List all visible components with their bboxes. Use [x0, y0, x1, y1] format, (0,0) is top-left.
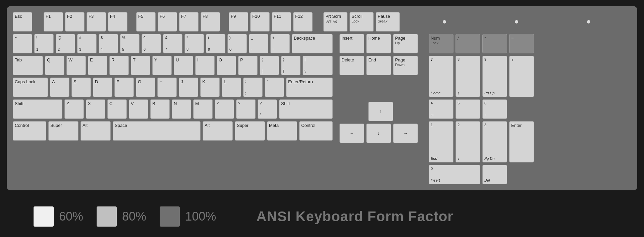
key-num-slash[interactable]: /: [455, 34, 480, 53]
key-num-enter[interactable]: Enter: [509, 121, 534, 162]
key-2[interactable]: @ 2: [56, 34, 75, 53]
key-num-2[interactable]: 2 ↓: [455, 121, 480, 162]
key-a[interactable]: A: [50, 78, 69, 97]
key-backspace[interactable]: Backspace: [292, 34, 333, 53]
key-f10[interactable]: F10: [250, 12, 270, 32]
key-numlock[interactable]: Num Lock: [429, 34, 453, 53]
key-scroll[interactable]: Scroll Lock: [350, 12, 374, 32]
key-f8[interactable]: F8: [201, 12, 220, 32]
key-num-3[interactable]: 3 Pg Dn: [482, 121, 507, 162]
key-z[interactable]: Z: [64, 99, 84, 119]
key-t[interactable]: T: [131, 56, 150, 75]
key-home[interactable]: Home: [366, 34, 391, 53]
key-4[interactable]: $ 4: [99, 34, 118, 53]
key-esc[interactable]: Esc: [13, 12, 32, 32]
key-tab[interactable]: Tab: [13, 56, 43, 75]
key-f[interactable]: F: [114, 78, 134, 97]
key-num-dot[interactable]: . Del: [482, 165, 507, 184]
key-u[interactable]: U: [174, 56, 193, 75]
key-0[interactable]: ) 0: [227, 34, 247, 53]
key-arrow-right[interactable]: →: [393, 124, 418, 143]
key-q[interactable]: Q: [45, 56, 64, 75]
key-c[interactable]: C: [107, 99, 127, 119]
key-num-1[interactable]: 1 End: [429, 121, 453, 162]
key-f4[interactable]: F4: [108, 12, 127, 32]
key-m[interactable]: M: [193, 99, 213, 119]
key-f9[interactable]: F9: [229, 12, 248, 32]
key-comma[interactable]: < ,: [215, 99, 234, 119]
key-meta[interactable]: Meta: [267, 121, 297, 141]
key-control-left[interactable]: Control: [13, 121, 46, 141]
key-capslock[interactable]: Caps Lock: [13, 78, 48, 97]
key-w[interactable]: W: [66, 56, 86, 75]
key-p[interactable]: P: [238, 56, 258, 75]
key-minus[interactable]: _ -: [249, 34, 268, 53]
key-rbracket[interactable]: } ]: [281, 56, 301, 75]
key-o[interactable]: O: [217, 56, 236, 75]
key-f6[interactable]: F6: [158, 12, 177, 32]
key-n[interactable]: N: [172, 99, 191, 119]
key-period[interactable]: > .: [236, 99, 256, 119]
key-d[interactable]: D: [93, 78, 112, 97]
key-f3[interactable]: F3: [87, 12, 106, 32]
key-alt-left[interactable]: Alt: [80, 121, 111, 141]
key-v[interactable]: V: [129, 99, 148, 119]
key-h[interactable]: H: [157, 78, 177, 97]
key-j[interactable]: J: [179, 78, 198, 97]
key-pause[interactable]: Pause Break: [376, 12, 400, 32]
key-x[interactable]: X: [86, 99, 105, 119]
key-3[interactable]: # 3: [77, 34, 97, 53]
key-control-right[interactable]: Control: [299, 121, 333, 141]
key-6[interactable]: ^ 6: [142, 34, 161, 53]
key-7[interactable]: & 7: [163, 34, 182, 53]
key-9[interactable]: ( 9: [206, 34, 225, 53]
key-end[interactable]: End: [366, 56, 391, 75]
key-num-star[interactable]: *: [482, 34, 507, 53]
key-num-minus[interactable]: −: [509, 34, 534, 53]
key-1[interactable]: ! 1: [34, 34, 54, 53]
key-y[interactable]: Y: [152, 56, 172, 75]
key-super-right[interactable]: Super: [235, 121, 265, 141]
key-num-0[interactable]: 0 Insert: [429, 165, 480, 184]
key-shift-right[interactable]: Shift: [279, 99, 333, 119]
key-semicolon[interactable]: : ;: [243, 78, 263, 97]
key-f12[interactable]: F12: [293, 12, 313, 32]
key-num-8[interactable]: 8 ↑: [455, 56, 480, 97]
key-f7[interactable]: F7: [179, 12, 199, 32]
key-lbracket[interactable]: { [: [260, 56, 279, 75]
key-f1[interactable]: F1: [44, 12, 63, 32]
key-delete[interactable]: Delete: [339, 56, 364, 75]
key-r[interactable]: R: [109, 56, 129, 75]
key-num-4[interactable]: 4 ←: [429, 99, 453, 119]
key-super-left[interactable]: Super: [48, 121, 78, 141]
key-arrow-down[interactable]: ↓: [366, 124, 391, 143]
key-enter[interactable]: Enter/Return: [286, 78, 333, 97]
key-num-6[interactable]: 6 →: [482, 99, 507, 119]
key-k[interactable]: K: [200, 78, 220, 97]
key-l[interactable]: L: [222, 78, 241, 97]
key-num-plus[interactable]: +: [509, 56, 534, 97]
key-quote[interactable]: " ': [265, 78, 284, 97]
key-backslash[interactable]: | \: [303, 56, 333, 75]
key-5[interactable]: % 5: [120, 34, 140, 53]
key-arrow-left[interactable]: ←: [339, 124, 364, 143]
key-num-9[interactable]: 9 Pg Up: [482, 56, 507, 97]
key-insert[interactable]: Insert: [339, 34, 364, 53]
key-pageup[interactable]: Page Up: [393, 34, 418, 53]
key-slash[interactable]: ? /: [258, 99, 277, 119]
key-f5[interactable]: F5: [136, 12, 156, 32]
key-pagedown[interactable]: Page Down: [393, 56, 418, 75]
key-num-5[interactable]: 5: [455, 99, 480, 119]
key-equals[interactable]: + =: [270, 34, 290, 53]
key-e[interactable]: E: [88, 56, 107, 75]
key-shift-left[interactable]: Shift: [13, 99, 62, 119]
key-s[interactable]: S: [71, 78, 91, 97]
key-g[interactable]: G: [136, 78, 155, 97]
key-f2[interactable]: F2: [65, 12, 85, 32]
key-alt-right[interactable]: Alt: [203, 121, 233, 141]
key-i[interactable]: I: [195, 56, 215, 75]
key-b[interactable]: B: [150, 99, 170, 119]
key-space[interactable]: Space: [113, 121, 201, 141]
key-tilde[interactable]: ~ `: [13, 34, 32, 53]
key-prtscr[interactable]: Prt Scrn Sys Rq: [323, 12, 347, 32]
